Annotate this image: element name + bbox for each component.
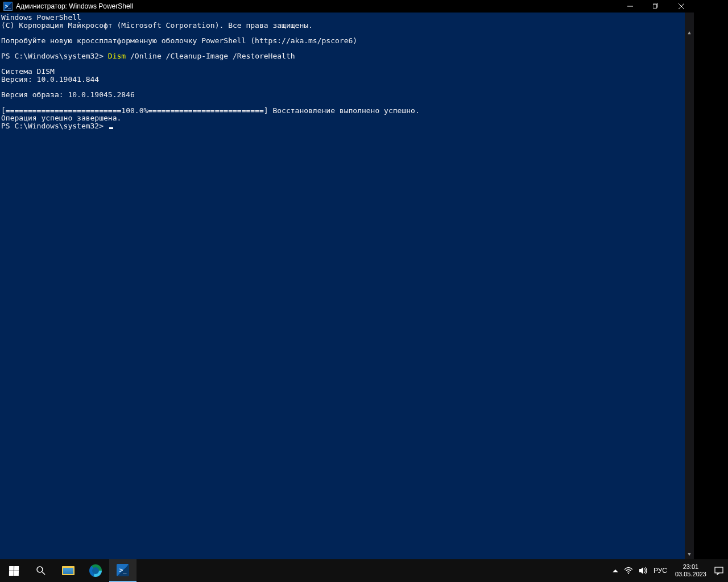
date-label: 03.05.2023 [675,571,706,578]
scrollbar[interactable]: ▲ ▼ [685,13,694,559]
system-tray: РУС 23:01 03.05.2023 [613,559,728,582]
terminal-line: Попробуйте новую кроссплатформенную обол… [1,36,357,45]
powershell-icon: >_ [3,2,13,11]
powershell-icon: >_ [117,564,129,576]
minimize-button[interactable] [617,0,643,13]
volume-button[interactable] [639,566,648,575]
svg-point-7 [628,573,629,574]
prompt-text: PS C:\Windows\system32> [1,52,108,60]
action-center-button[interactable] [714,566,723,575]
clock[interactable]: 23:01 03.05.2023 [673,563,709,578]
svg-line-6 [42,572,45,575]
notification-icon [714,566,723,575]
file-explorer-button[interactable] [55,559,82,582]
command-args: /Online /Cleanup-Image /RestoreHealth [126,52,295,60]
scroll-up-icon[interactable]: ▲ [685,28,694,37]
powershell-taskbar-button[interactable]: >_ [109,559,136,582]
edge-icon [89,564,102,577]
chevron-up-icon [613,569,618,572]
start-button[interactable] [0,559,27,582]
svg-point-5 [37,567,43,572]
svg-rect-2 [653,5,657,9]
taskbar: >_ РУС 23:01 03.05.2023 [0,559,728,582]
time-label: 23:01 [683,563,699,571]
scroll-down-icon[interactable]: ▼ [685,550,694,559]
svg-rect-9 [715,567,723,573]
cursor [109,127,113,129]
language-indicator[interactable]: РУС [653,567,667,575]
wifi-button[interactable] [624,566,633,575]
search-icon [36,566,46,576]
tray-overflow-button[interactable] [613,569,618,572]
taskbar-left: >_ [0,559,136,582]
terminal-line: Версия образа: 10.0.19045.2846 [1,90,135,99]
terminal-output[interactable]: Windows PowerShell (C) Корпорация Майкро… [0,13,694,559]
command-text: Dism [108,52,126,60]
wifi-icon [624,566,633,575]
svg-marker-8 [639,567,643,574]
language-label: РУС [653,567,667,575]
titlebar[interactable]: >_ Администратор: Windows PowerShell [0,0,694,13]
powershell-window: >_ Администратор: Windows PowerShell Win… [0,0,694,559]
window-controls [617,0,694,13]
folder-icon [62,566,75,575]
edge-button[interactable] [82,559,109,582]
terminal-line: (C) Корпорация Майкрософт (Microsoft Cor… [1,21,313,30]
windows-logo-icon [9,566,18,576]
window-title: Администратор: Windows PowerShell [16,2,617,10]
maximize-button[interactable] [643,0,668,13]
speaker-icon [639,566,648,575]
terminal-line: Версия: 10.0.19041.844 [1,75,99,84]
prompt-text: PS C:\Windows\system32> [1,122,108,130]
close-button[interactable] [668,0,694,13]
search-button[interactable] [27,559,55,582]
desktop-background-strip [694,0,728,559]
